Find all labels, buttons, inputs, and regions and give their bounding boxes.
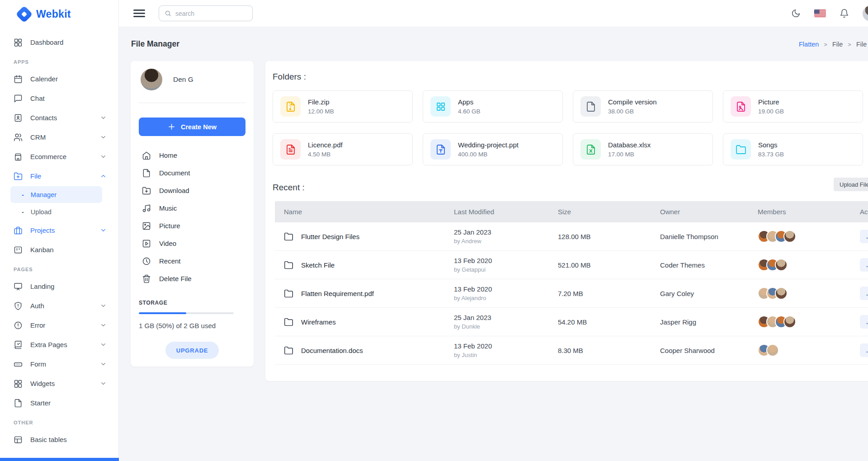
profile-menu-item-delete-file[interactable]: Delete File <box>139 270 245 287</box>
sidebar-item-landing[interactable]: Landing <box>0 277 118 296</box>
file-name: Sketch File <box>301 261 335 269</box>
folders-heading: Folders : <box>273 72 868 82</box>
recent-icon <box>142 257 151 266</box>
profile-menu-label: Home <box>159 151 177 159</box>
folder-icon <box>284 260 293 270</box>
sidebar-item-crm[interactable]: CRM <box>0 127 118 147</box>
folder-card-compile-version[interactable]: Compile version38.00 GB <box>573 90 713 122</box>
sidebar-item-file[interactable]: File <box>0 166 118 186</box>
sidebar-item-starter[interactable]: Starter <box>0 393 118 413</box>
profile-menu-item-picture[interactable]: Picture <box>139 217 245 235</box>
sidebar-item-extra-pages[interactable]: Extra Pages <box>0 335 118 354</box>
row-actions-button[interactable]: ... <box>860 230 868 243</box>
breadcrumb-item-flatten[interactable]: Flatten <box>799 41 819 48</box>
sidebar-item-label: Extra Pages <box>30 341 67 348</box>
profile-menu-item-download[interactable]: Download <box>139 182 245 199</box>
sidebar-item-label: Dashboard <box>30 38 63 46</box>
members-cell <box>758 344 860 357</box>
sidebar-subitem-manager[interactable]: -Manager <box>10 186 102 203</box>
breadcrumb: Flatten>File>File Manager <box>799 41 868 48</box>
dark-mode-moon-icon[interactable] <box>791 9 801 18</box>
profile-menu-item-home[interactable]: Home <box>139 146 245 164</box>
owner-cell: Gary Coley <box>660 290 758 297</box>
sidebar-item-label: CRM <box>30 133 46 141</box>
notifications-bell-icon[interactable] <box>840 9 849 18</box>
folder-card-name: Database.xlsx <box>608 141 651 149</box>
column-header-size: Size <box>558 208 660 216</box>
sidebar-item-dashboard[interactable]: Dashboard <box>0 33 118 52</box>
folder-card-apps[interactable]: Apps4.60 GB <box>423 90 563 122</box>
brand[interactable]: Webkit <box>0 0 118 28</box>
menu-toggle-icon[interactable] <box>133 9 145 17</box>
folder-card-picture[interactable]: Picture19.00 GB <box>723 90 863 122</box>
row-actions-button[interactable]: ... <box>860 287 868 300</box>
table-row-flatten-requirement-pdf[interactable]: Flatten Requirement.pdf13 Feb 2020by Ale… <box>275 279 868 308</box>
sidebar-item-chat[interactable]: Chat <box>0 89 118 108</box>
profile-menu-item-video[interactable]: Video <box>139 235 245 252</box>
sidebar-item-label: Starter <box>30 399 51 407</box>
folder-card-wedding-project-ppt[interactable]: Wedding-project.ppt400.00 MB <box>423 133 563 165</box>
profile-menu-item-recent[interactable]: Recent <box>139 252 245 270</box>
folder-card-text: Songs83.73 GB <box>758 141 784 158</box>
last-modified-cell: 25 Jan 2023by Andrew <box>454 228 558 245</box>
profile-user-row: Den G <box>139 69 245 90</box>
contacts-icon <box>14 113 23 122</box>
language-flag-icon[interactable] <box>814 9 826 17</box>
error-icon <box>14 321 23 330</box>
blank-file-icon <box>580 96 601 117</box>
table-row-sketch-file[interactable]: Sketch File13 Feb 2020by Getappui521.00 … <box>275 251 868 279</box>
sidebar-item-basic-tables[interactable]: Basic tables <box>0 430 118 449</box>
table-row-wireframes[interactable]: Wireframes25 Jan 2023by Dunkle54.20 MBJa… <box>275 308 868 336</box>
sidebar-item-kanban[interactable]: Kanban <box>0 240 118 259</box>
nav-section-label: OTHER <box>0 413 118 430</box>
folder-card-songs[interactable]: Songs83.73 GB <box>723 133 863 165</box>
column-header-members: Members <box>758 208 860 216</box>
row-actions-button[interactable]: ... <box>860 315 868 329</box>
storage-label: STORAGE <box>139 300 245 306</box>
recent-heading: Recent : <box>273 183 868 193</box>
table-row-flutter-design-files[interactable]: Flutter Design Files25 Jan 2023by Andrew… <box>275 222 868 251</box>
picture-icon <box>142 221 151 230</box>
profile-card: Den G Create New HomeDocumentDownloadMus… <box>131 61 254 367</box>
pdf-file-icon <box>280 139 301 160</box>
profile-menu-item-music[interactable]: Music <box>139 199 245 217</box>
upload-file-button[interactable]: Upload File <box>834 178 868 191</box>
folder-card-database-xlsx[interactable]: Database.xlsx17.00 MB <box>573 133 713 165</box>
file-name: Flutter Design Files <box>301 233 359 240</box>
folders-grid: File.zip12.00 MBApps4.60 GBCompile versi… <box>273 90 868 165</box>
action-cell: ... <box>860 343 868 357</box>
profile-menu-item-document[interactable]: Document <box>139 164 245 182</box>
table-row-documentation-docs[interactable]: Documentation.docs13 Feb 2020by Justin8.… <box>275 336 868 365</box>
sidebar-item-contacts[interactable]: Contacts <box>0 108 118 127</box>
sidebar-item-error[interactable]: Error <box>0 315 118 335</box>
folder-card-name: Licence.pdf <box>308 141 343 149</box>
row-actions-button[interactable]: ... <box>860 343 868 357</box>
member-avatar <box>775 259 788 271</box>
sidebar-item-form[interactable]: Form <box>0 354 118 374</box>
sidebar-item-widgets[interactable]: Widgets <box>0 374 118 393</box>
folder-card-file-zip[interactable]: File.zip12.00 MB <box>273 90 413 122</box>
sidebar: Webkit DashboardAPPSCalenderChatContacts… <box>0 0 119 461</box>
chevron-down-icon <box>100 341 107 348</box>
sidebar-item-auth[interactable]: Auth <box>0 296 118 315</box>
sidebar-item-label: Landing <box>30 282 54 290</box>
folder-card-text: File.zip12.00 MB <box>308 98 334 115</box>
sidebar-item-ecommerce[interactable]: Ecommerce <box>0 147 118 166</box>
upgrade-button[interactable]: UPGRADE <box>165 342 219 359</box>
breadcrumb-item-file[interactable]: File <box>832 41 843 48</box>
action-cell: ... <box>860 287 868 300</box>
row-actions-button[interactable]: ... <box>860 258 868 272</box>
sidebar-subitem-upload[interactable]: -Upload <box>10 203 102 220</box>
size-cell: 8.30 MB <box>558 347 660 354</box>
search-input[interactable] <box>175 10 247 17</box>
file-name: Wireframes <box>301 318 336 326</box>
sidebar-item-projects[interactable]: Projects <box>0 221 118 240</box>
create-new-button[interactable]: Create New <box>139 118 245 136</box>
user-avatar[interactable] <box>863 6 868 21</box>
folder-icon <box>284 232 293 241</box>
chat-icon <box>14 94 23 103</box>
sidebar-item-calender[interactable]: Calender <box>0 69 118 89</box>
modified-date: 13 Feb 2020 <box>454 257 558 264</box>
breadcrumb-item-file-manager[interactable]: File Manager <box>856 41 868 48</box>
folder-card-licence-pdf[interactable]: Licence.pdf4.50 MB <box>273 133 413 165</box>
